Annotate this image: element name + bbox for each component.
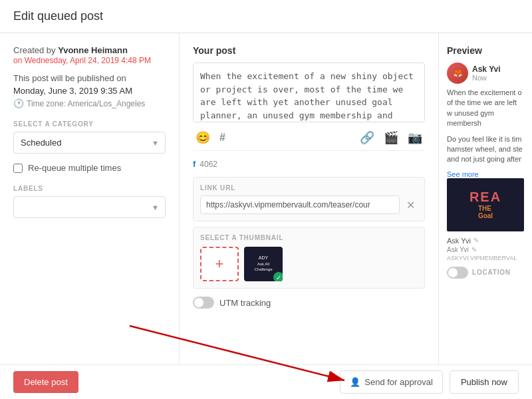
utm-row: UTM tracking [193,294,425,311]
created-by: Created by Yvonne Heimann on Wednesday, … [13,45,166,65]
delete-post-button[interactable]: Delete post [13,371,78,393]
location-toggle-row: LOCATION [447,267,524,279]
thumbnail-row: + ADYAsk AllChallenge ✓ [200,247,418,281]
preview-text-2: Do you feel like it is tim hamster wheel… [447,134,524,165]
char-count-value: 4062 [200,160,217,169]
preview-label: Preview [447,45,524,56]
edit-sub-icon[interactable]: ✎ [471,246,477,253]
preview-image-text-orange: THEGoal [478,205,493,219]
requeue-label: Re-queue multiple times [28,163,121,173]
profile-time: Now [472,74,500,82]
clear-link-button[interactable]: ✕ [404,199,418,211]
preview-account-sub: Ask Yvi ✎ [447,246,524,253]
edit-account-icon[interactable]: ✎ [473,237,479,244]
user-icon: 👤 [350,377,360,387]
page-title: Edit queued post [13,9,103,23]
footer: Delete post 👤 Send for approval Publish … [0,364,532,399]
publish-info: This post will be published on [13,73,166,83]
emoji-icon[interactable]: 😊 [196,130,210,145]
thumbnail-preview[interactable]: ADYAsk AllChallenge ✓ [244,247,283,281]
profile-info: Ask Yvi Now [472,65,500,82]
creation-date: on Wednesday, April 24, 2019 4:48 PM [13,56,151,65]
link-url-label: LINK URL [200,184,418,192]
see-more-link[interactable]: See more [447,170,524,178]
location-section: LOCATION [447,267,524,279]
image-icon[interactable]: 📷 [408,130,422,145]
labels-section: LABELS ▼ [13,185,166,218]
category-select[interactable]: Scheduled [13,132,166,154]
preview-text-1: When the excitement o of the time we are… [447,88,524,129]
location-label: LOCATION [472,269,511,276]
utm-toggle[interactable] [193,297,214,309]
hashtag-icon[interactable]: # [219,132,225,144]
labels-select[interactable] [13,196,166,218]
requeue-row[interactable]: Re-queue multiple times [13,163,166,173]
author-name: Yvonne Heimann [58,45,128,55]
link-url-input[interactable] [200,196,400,214]
category-select-wrapper[interactable]: Scheduled ▼ [13,132,166,154]
footer-right: 👤 Send for approval Publish now [340,370,519,394]
avatar: 🦊 [447,63,468,84]
main-content: Created by Yvonne Heimann on Wednesday, … [0,33,532,398]
thumbnail-label: SELECT A THUMBNAIL [200,234,418,241]
your-post-label: Your post [193,45,425,56]
thumbnail-text: ADYAsk AllChallenge [251,253,275,275]
requeue-checkbox[interactable] [13,164,23,173]
facebook-icon: f [193,159,196,169]
preview-account-name: Ask Yvi ✎ [447,237,524,245]
post-toolbar: 😊 # 🔗 🎬 📷 [193,125,425,151]
page-header: Edit queued post [0,0,532,33]
thumbnail-section: SELECT A THUMBNAIL + ADYAsk AllChallenge… [193,227,425,289]
location-toggle[interactable] [447,267,468,279]
preview-image: REA THEGoal [447,178,524,231]
char-count-row: f 4062 [193,156,425,172]
thumbnail-check-icon: ✓ [273,272,283,281]
timezone: 🕐 Time zone: America/Los_Angeles [13,98,166,108]
right-panel: Preview 🦊 Ask Yvi Now When the excitemen… [439,33,532,398]
timezone-icon: 🕐 [13,98,24,108]
timezone-text: Time zone: America/Los_Angeles [27,99,145,108]
video-icon[interactable]: 🎬 [384,130,398,145]
category-label: SELECT A CATEGORY [13,120,166,128]
link-url-section: LINK URL ✕ [193,177,425,221]
publish-now-button[interactable]: Publish now [450,370,519,394]
publish-date: Monday, June 3, 2019 9:35 AM [13,86,166,96]
middle-panel: Your post When the excitement of a new s… [180,33,439,398]
link-url-row: ✕ [200,196,418,214]
link-icon[interactable]: 🔗 [360,130,374,145]
utm-label: UTM tracking [219,298,271,308]
preview-url: ASKYVI.VIPMEMBERVAL [447,255,524,261]
preview-image-text-red: REA [469,190,501,205]
preview-profile: 🦊 Ask Yvi Now [447,63,524,84]
post-textarea[interactable]: When the excitement of a new shiny objec… [193,63,425,122]
plus-icon: + [215,255,224,273]
profile-name: Ask Yvi [472,65,500,74]
labels-select-wrapper[interactable]: ▼ [13,196,166,218]
add-thumbnail-button[interactable]: + [200,247,239,281]
labels-label: LABELS [13,185,166,192]
left-panel: Created by Yvonne Heimann on Wednesday, … [0,33,180,398]
send-for-approval-button[interactable]: 👤 Send for approval [340,370,443,394]
created-by-label: Created by [13,45,58,55]
